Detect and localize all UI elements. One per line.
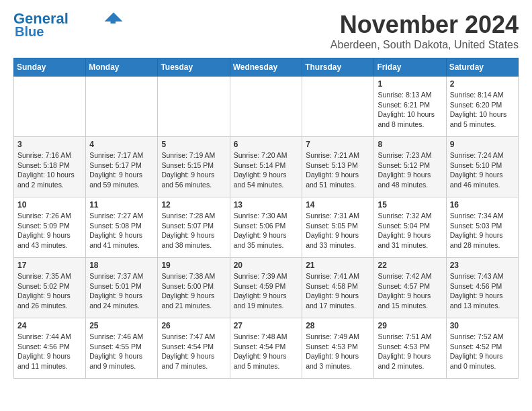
day-number: 19 [161,261,226,270]
month-title: November 2024 [330,11,519,39]
day-number: 28 [306,321,370,330]
weekday-header: Sunday [14,58,86,77]
calendar-day-cell: 26Sunrise: 7:47 AM Sunset: 4:54 PM Dayli… [158,318,230,379]
calendar-day-cell: 17Sunrise: 7:35 AM Sunset: 5:02 PM Dayli… [14,258,86,318]
calendar-day-cell: 21Sunrise: 7:41 AM Sunset: 4:58 PM Dayli… [302,258,374,318]
day-number: 17 [17,261,82,270]
day-info: Sunrise: 7:42 AM Sunset: 4:57 PM Dayligh… [378,271,442,311]
calendar-day-cell: 19Sunrise: 7:38 AM Sunset: 5:00 PM Dayli… [158,258,230,318]
calendar-day-cell: 20Sunrise: 7:39 AM Sunset: 4:59 PM Dayli… [230,258,302,318]
day-info: Sunrise: 7:34 AM Sunset: 5:03 PM Dayligh… [450,211,515,250]
day-info: Sunrise: 7:28 AM Sunset: 5:07 PM Dayligh… [161,211,226,250]
svg-marker-0 [104,13,122,24]
day-number: 29 [378,321,442,330]
day-number: 2 [450,79,515,89]
day-info: Sunrise: 7:44 AM Sunset: 4:56 PM Dayligh… [17,332,82,371]
day-info: Sunrise: 7:49 AM Sunset: 4:53 PM Dayligh… [306,332,370,371]
calendar-day-cell [230,77,302,137]
calendar-day-cell: 22Sunrise: 7:42 AM Sunset: 4:57 PM Dayli… [374,258,446,318]
calendar-day-cell [158,77,230,137]
weekday-header: Thursday [302,58,374,77]
calendar-day-cell: 30Sunrise: 7:52 AM Sunset: 4:52 PM Dayli… [446,318,518,379]
calendar-week-row: 24Sunrise: 7:44 AM Sunset: 4:56 PM Dayli… [14,318,519,379]
day-number: 20 [234,261,299,270]
day-info: Sunrise: 7:21 AM Sunset: 5:13 PM Dayligh… [306,150,370,190]
day-number: 18 [89,261,154,270]
day-number: 11 [89,200,154,210]
day-number: 16 [450,200,515,210]
day-info: Sunrise: 8:14 AM Sunset: 6:20 PM Dayligh… [450,90,515,130]
logo-icon [103,11,124,24]
calendar-day-cell [86,77,158,137]
calendar-day-cell: 11Sunrise: 7:27 AM Sunset: 5:08 PM Dayli… [86,197,158,258]
calendar-day-cell: 14Sunrise: 7:31 AM Sunset: 5:05 PM Dayli… [302,197,374,258]
weekday-header: Friday [374,58,446,77]
day-info: Sunrise: 7:39 AM Sunset: 4:59 PM Dayligh… [234,271,299,311]
day-info: Sunrise: 7:30 AM Sunset: 5:06 PM Dayligh… [234,211,299,250]
weekday-header: Monday [86,58,158,77]
day-number: 4 [89,140,154,149]
day-info: Sunrise: 7:35 AM Sunset: 5:02 PM Dayligh… [17,271,82,311]
day-info: Sunrise: 7:17 AM Sunset: 5:17 PM Dayligh… [89,150,154,190]
day-info: Sunrise: 7:19 AM Sunset: 5:15 PM Dayligh… [161,150,226,190]
calendar-day-cell: 29Sunrise: 7:51 AM Sunset: 4:53 PM Dayli… [374,318,446,379]
day-info: Sunrise: 8:13 AM Sunset: 6:21 PM Dayligh… [378,90,442,130]
day-info: Sunrise: 7:31 AM Sunset: 5:05 PM Dayligh… [306,211,370,250]
logo-blue-text: Blue [13,24,44,39]
calendar-day-cell: 27Sunrise: 7:48 AM Sunset: 4:54 PM Dayli… [230,318,302,379]
calendar-week-row: 1Sunrise: 8:13 AM Sunset: 6:21 PM Daylig… [14,77,519,137]
calendar-day-cell: 12Sunrise: 7:28 AM Sunset: 5:07 PM Dayli… [158,197,230,258]
day-number: 3 [17,140,82,149]
day-number: 12 [161,200,226,210]
calendar-day-cell: 25Sunrise: 7:46 AM Sunset: 4:55 PM Dayli… [86,318,158,379]
weekday-header: Wednesday [230,58,302,77]
day-info: Sunrise: 7:41 AM Sunset: 4:58 PM Dayligh… [306,271,370,311]
calendar-day-cell: 13Sunrise: 7:30 AM Sunset: 5:06 PM Dayli… [230,197,302,258]
day-info: Sunrise: 7:48 AM Sunset: 4:54 PM Dayligh… [234,332,299,371]
location-title: Aberdeen, South Dakota, United States [330,39,519,51]
day-number: 15 [378,200,442,210]
day-number: 6 [234,140,299,149]
day-number: 25 [89,321,154,330]
title-area: November 2024 Aberdeen, South Dakota, Un… [330,11,519,51]
weekday-header: Tuesday [158,58,230,77]
day-info: Sunrise: 7:47 AM Sunset: 4:54 PM Dayligh… [161,332,226,371]
calendar-day-cell [302,77,374,137]
calendar-day-cell: 3Sunrise: 7:16 AM Sunset: 5:18 PM Daylig… [14,137,86,197]
day-info: Sunrise: 7:46 AM Sunset: 4:55 PM Dayligh… [89,332,154,371]
page-header: General Blue November 2024 Aberdeen, Sou… [13,11,519,51]
calendar-week-row: 17Sunrise: 7:35 AM Sunset: 5:02 PM Dayli… [14,258,519,318]
calendar-day-cell: 24Sunrise: 7:44 AM Sunset: 4:56 PM Dayli… [14,318,86,379]
calendar-day-cell [14,77,86,137]
calendar-table: SundayMondayTuesdayWednesdayThursdayFrid… [13,58,519,379]
day-number: 13 [234,200,299,210]
day-info: Sunrise: 7:43 AM Sunset: 4:56 PM Dayligh… [450,271,515,311]
day-number: 7 [306,140,370,149]
day-number: 27 [234,321,299,330]
calendar-day-cell: 16Sunrise: 7:34 AM Sunset: 5:03 PM Dayli… [446,197,518,258]
logo: General Blue [13,11,124,39]
day-number: 30 [450,321,515,330]
day-number: 10 [17,200,82,210]
day-number: 24 [17,321,82,330]
day-number: 1 [378,79,442,89]
calendar-header-row: SundayMondayTuesdayWednesdayThursdayFrid… [14,58,519,77]
calendar-day-cell: 10Sunrise: 7:26 AM Sunset: 5:09 PM Dayli… [14,197,86,258]
calendar-day-cell: 9Sunrise: 7:24 AM Sunset: 5:10 PM Daylig… [446,137,518,197]
day-number: 23 [450,261,515,270]
calendar-day-cell: 15Sunrise: 7:32 AM Sunset: 5:04 PM Dayli… [374,197,446,258]
calendar-day-cell: 6Sunrise: 7:20 AM Sunset: 5:14 PM Daylig… [230,137,302,197]
day-info: Sunrise: 7:32 AM Sunset: 5:04 PM Dayligh… [378,211,442,250]
calendar-week-row: 10Sunrise: 7:26 AM Sunset: 5:09 PM Dayli… [14,197,519,258]
day-info: Sunrise: 7:27 AM Sunset: 5:08 PM Dayligh… [89,211,154,250]
calendar-day-cell: 8Sunrise: 7:23 AM Sunset: 5:12 PM Daylig… [374,137,446,197]
calendar-day-cell: 18Sunrise: 7:37 AM Sunset: 5:01 PM Dayli… [86,258,158,318]
weekday-header: Saturday [446,58,518,77]
calendar-day-cell: 2Sunrise: 8:14 AM Sunset: 6:20 PM Daylig… [446,77,518,137]
day-info: Sunrise: 7:52 AM Sunset: 4:52 PM Dayligh… [450,332,515,371]
calendar-body: 1Sunrise: 8:13 AM Sunset: 6:21 PM Daylig… [14,77,519,379]
day-info: Sunrise: 7:38 AM Sunset: 5:00 PM Dayligh… [161,271,226,311]
day-number: 22 [378,261,442,270]
calendar-day-cell: 1Sunrise: 8:13 AM Sunset: 6:21 PM Daylig… [374,77,446,137]
day-number: 14 [306,200,370,210]
